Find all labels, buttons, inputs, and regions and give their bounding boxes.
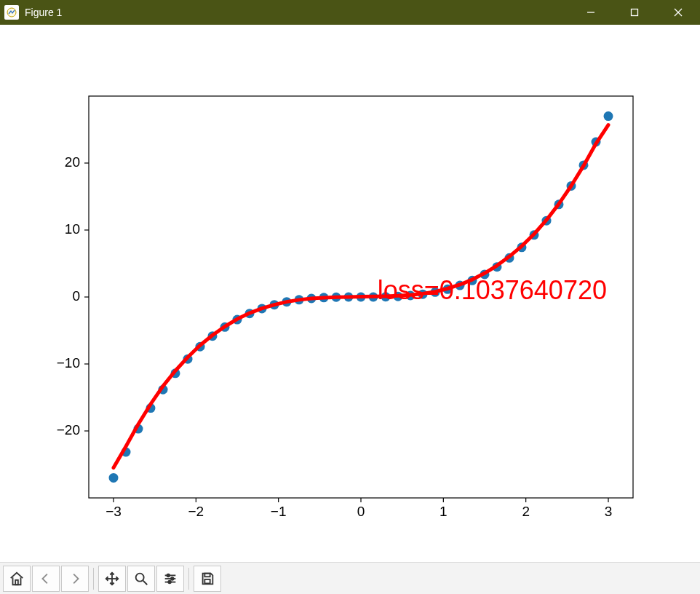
svg-rect-17 (204, 579, 210, 583)
svg-point-13 (171, 577, 174, 580)
pan-button[interactable] (98, 566, 126, 592)
toolbar-separator (93, 568, 94, 590)
svg-point-8 (136, 573, 144, 581)
maximize-button[interactable] (613, 0, 656, 25)
svg-point-15 (168, 580, 171, 583)
window-title: Figure 1 (25, 7, 62, 18)
home-button[interactable] (3, 566, 31, 592)
app-icon (4, 5, 19, 20)
forward-button[interactable] (61, 566, 89, 592)
titlebar: Figure 1 (0, 0, 700, 25)
svg-rect-16 (204, 573, 210, 577)
figure-area (0, 25, 700, 562)
svg-rect-2 (632, 9, 638, 16)
matplotlib-toolbar (0, 562, 700, 594)
subplots-button[interactable] (156, 566, 184, 592)
svg-line-9 (143, 580, 148, 585)
save-button[interactable] (194, 566, 221, 592)
back-button[interactable] (32, 566, 60, 592)
zoom-button[interactable] (127, 566, 155, 592)
chart-canvas[interactable] (0, 25, 700, 562)
toolbar-separator (188, 568, 189, 590)
svg-point-11 (167, 574, 170, 577)
svg-rect-5 (15, 579, 18, 584)
close-button[interactable] (656, 0, 700, 25)
minimize-button[interactable] (569, 0, 613, 25)
